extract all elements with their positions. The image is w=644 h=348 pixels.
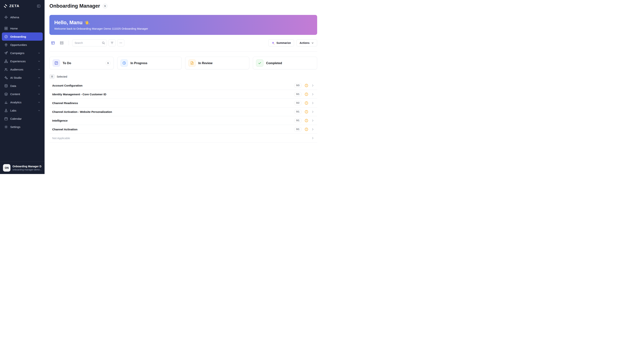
status-card-label: Completed <box>266 61 282 65</box>
status-card-label: In Progress <box>130 61 148 65</box>
sparkle-icon <box>272 42 275 44</box>
app-root: ZETA Athena Home <box>0 0 322 174</box>
chevron-down-icon <box>38 52 40 54</box>
data-database-icon <box>4 84 8 88</box>
sidebar-item-onboarding[interactable]: Onboarding <box>2 32 43 41</box>
status-card-label: To Do <box>63 61 71 65</box>
opportunities-pin-icon <box>4 43 8 46</box>
chevron-down-icon <box>38 60 40 63</box>
actions-button[interactable]: Actions <box>296 39 317 46</box>
calendar-icon <box>4 117 8 120</box>
welcome-subtitle: Welcome back to Onboarding Manager Demo … <box>54 27 312 30</box>
avatar: ON <box>3 164 10 172</box>
search-icon <box>102 42 105 44</box>
chevron-right-icon <box>311 119 314 122</box>
sidebar-item-athena[interactable]: Athena <box>2 13 43 21</box>
progress-badge: 0/1 <box>294 92 302 96</box>
settings-gear-icon <box>4 125 8 129</box>
sidebar-collapse-button[interactable] <box>36 4 41 8</box>
summarize-button[interactable]: Summarize <box>268 39 294 46</box>
sidebar-item-experiences[interactable]: Experiences <box>2 57 43 65</box>
profile-name: Onboarding Manager D... <box>12 165 42 168</box>
selected-count-badge: 0 <box>50 74 55 79</box>
chevron-right-icon <box>311 84 314 87</box>
page-title: Onboarding Manager <box>50 3 100 9</box>
sidebar-item-label: AI Studio <box>10 76 22 79</box>
warning-icon <box>305 119 308 122</box>
task-row[interactable]: Channel Activation - Website Personaliza… <box>50 108 317 116</box>
sidebar-item-ai-studio[interactable]: AI Studio <box>2 74 43 82</box>
kanban-view-icon <box>51 41 55 45</box>
experiences-sitemap-icon <box>4 59 8 63</box>
task-title: Channel Readiness <box>52 102 78 104</box>
content-layers-icon <box>4 92 8 96</box>
athena-sparkle-icon <box>4 15 8 19</box>
sidebar-logo-row: ZETA <box>0 0 44 12</box>
task-row-not-applicable[interactable]: Not Applicable <box>50 134 317 142</box>
sidebar-item-labs[interactable]: Labs <box>2 106 43 114</box>
page-header: Onboarding Manager 9 <box>44 0 322 12</box>
chevron-right-icon <box>311 102 314 104</box>
sidebar-item-settings[interactable]: Settings <box>2 123 43 131</box>
sidebar-item-label: Calendar <box>10 117 22 120</box>
sidebar-item-label: Opportunities <box>10 43 27 46</box>
sidebar-item-opportunities[interactable]: Opportunities <box>2 41 43 49</box>
audiences-users-icon <box>4 68 8 71</box>
status-card-completed[interactable]: Completed <box>253 57 317 70</box>
chevron-down-icon <box>38 84 40 87</box>
sidebar-item-analytics[interactable]: Analytics <box>2 98 43 106</box>
warning-icon <box>305 128 308 131</box>
progress-badge: 0/1 <box>294 110 302 114</box>
task-row[interactable]: Channel Activation 0/1 <box>50 125 317 134</box>
ellipsis-icon <box>119 41 122 44</box>
task-row[interactable]: Intelligence 0/1 <box>50 116 317 125</box>
status-card-count: 9 <box>106 61 110 66</box>
more-options-button[interactable] <box>117 39 124 46</box>
sidebar-item-campaigns[interactable]: Campaigns <box>2 49 43 57</box>
sidebar-item-content[interactable]: Content <box>2 90 43 98</box>
status-card-in-progress[interactable]: In Progress <box>117 57 182 70</box>
list-view-icon <box>60 41 64 45</box>
panel-collapse-icon <box>37 4 40 8</box>
filter-button[interactable] <box>108 39 116 46</box>
account-profile[interactable]: ON Onboarding Manager D... onboarding-ma… <box>0 162 44 174</box>
ai-studio-sparkles-icon <box>4 76 8 80</box>
sidebar-item-label: Athena <box>10 16 19 19</box>
search-box <box>72 40 107 46</box>
zeta-logo[interactable]: ZETA <box>3 4 20 8</box>
check-icon <box>256 59 264 67</box>
main-area: Onboarding Manager 9 Hello, Manu Welcome… <box>44 0 322 174</box>
task-title: Channel Activation <box>52 128 78 131</box>
status-card-in-review[interactable]: In Review <box>185 57 250 70</box>
summarize-label: Summarize <box>276 42 291 44</box>
sidebar-item-home[interactable]: Home <box>2 24 43 32</box>
chevron-down-icon <box>38 68 40 71</box>
sidebar-item-label: Data <box>10 84 16 88</box>
kanban-view-button[interactable] <box>50 39 56 46</box>
sidebar-item-data[interactable]: Data <box>2 82 43 90</box>
chevron-down-icon <box>38 109 40 112</box>
task-row[interactable]: Identity Management - Core Customer ID 0… <box>50 90 317 99</box>
sidebar-item-label: Experiences <box>10 60 26 63</box>
sidebar-item-audiences[interactable]: Audiences <box>2 65 43 74</box>
filter-icon <box>110 41 114 44</box>
chevron-down-icon <box>38 76 40 79</box>
warning-icon <box>305 110 308 114</box>
status-card-todo[interactable]: To Do 9 <box>50 57 114 70</box>
greeting-text: Hello, Manu <box>54 20 82 26</box>
brand-text: ZETA <box>9 4 20 8</box>
list-view-button[interactable] <box>58 39 65 46</box>
welcome-banner: Hello, Manu Welcome back to Onboarding M… <box>50 15 317 35</box>
sidebar-item-calendar[interactable]: Calendar <box>2 114 43 123</box>
toolbar-divider <box>68 40 69 45</box>
toolbar: Summarize Actions <box>50 39 317 52</box>
page-content: Hello, Manu Welcome back to Onboarding M… <box>44 12 322 142</box>
onboarding-check-icon <box>4 35 8 38</box>
actions-label: Actions <box>300 42 310 44</box>
progress-badge: 0/2 <box>294 101 302 105</box>
task-row[interactable]: Channel Readiness 0/2 <box>50 99 317 108</box>
chevron-down-icon <box>311 42 314 44</box>
selection-summary: 0 Selected <box>50 74 317 79</box>
task-row[interactable]: Account Configuration 0/3 <box>50 81 317 90</box>
campaigns-send-icon <box>4 51 8 55</box>
